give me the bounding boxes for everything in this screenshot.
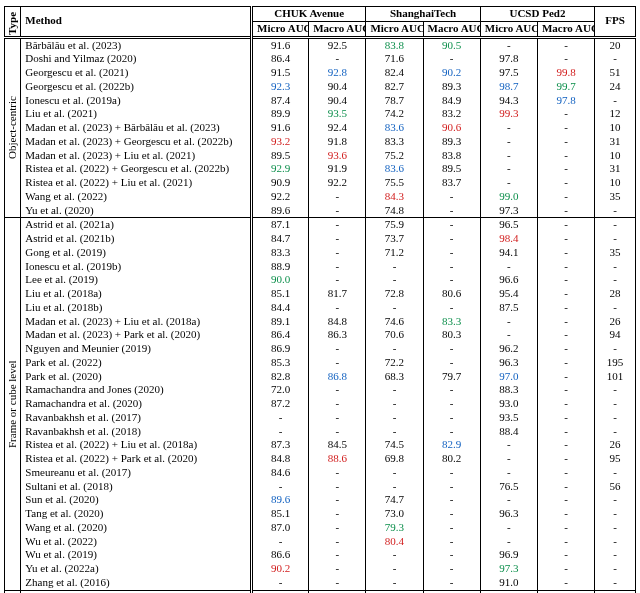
table-row: Liu et al. (2018a)85.181.772.880.695.4-2… xyxy=(5,287,636,301)
value-cell: - xyxy=(309,232,366,246)
value-cell: - xyxy=(537,521,594,535)
value-cell: - xyxy=(309,190,366,204)
value-cell: - xyxy=(366,562,423,576)
value-cell: 98.7 xyxy=(480,80,537,94)
value-cell: - xyxy=(480,452,537,466)
value-cell: - xyxy=(423,342,480,356)
value-cell: 73.7 xyxy=(366,232,423,246)
method-cell: Zhang et al. (2016) xyxy=(21,576,252,590)
value-cell: - xyxy=(309,493,366,507)
method-cell: Georgescu et al. (2022b) xyxy=(21,80,252,94)
value-cell: - xyxy=(423,562,480,576)
table-row: Madan et al. (2023) + Liu et al. (2018a)… xyxy=(5,315,636,329)
table-row: Georgescu et al. (2021)91.592.882.490.29… xyxy=(5,66,636,80)
table-row: Ramachandra et al. (2020)87.2---93.0-- xyxy=(5,397,636,411)
fps-cell: 56 xyxy=(595,480,636,494)
value-cell: 93.2 xyxy=(252,135,309,149)
value-cell: 96.2 xyxy=(480,342,537,356)
value-cell: - xyxy=(309,576,366,590)
value-cell: 96.3 xyxy=(480,507,537,521)
table-row: Madan et al. (2023) + Park et al. (2020)… xyxy=(5,328,636,342)
table-row: Yu et al. (2022a)90.2---97.3-- xyxy=(5,562,636,576)
value-cell: - xyxy=(423,52,480,66)
value-cell: 87.2 xyxy=(252,397,309,411)
value-cell: - xyxy=(537,535,594,549)
fps-cell: - xyxy=(595,260,636,274)
value-cell: - xyxy=(537,287,594,301)
value-cell: - xyxy=(366,548,423,562)
value-cell: - xyxy=(537,260,594,274)
value-cell: 74.8 xyxy=(366,204,423,218)
value-cell: - xyxy=(366,301,423,315)
value-cell: 90.5 xyxy=(423,37,480,52)
method-cell: Doshi and Yilmaz (2020) xyxy=(21,52,252,66)
table-row: Gong et al. (2019)83.3-71.2-94.1-35 xyxy=(5,246,636,260)
value-cell: 87.5 xyxy=(480,301,537,315)
method-cell: Madan et al. (2023) + Bărbălău et al. (2… xyxy=(21,121,252,135)
method-cell: Georgescu et al. (2021) xyxy=(21,66,252,80)
fps-cell: 95 xyxy=(595,452,636,466)
col-sub-macro: Macro AUC xyxy=(537,21,594,37)
table-row: Nguyen and Meunier (2019)86.9---96.2-- xyxy=(5,342,636,356)
value-cell: 83.8 xyxy=(423,149,480,163)
table-row: Wang et al. (2020)87.0-79.3---- xyxy=(5,521,636,535)
value-cell: - xyxy=(537,135,594,149)
method-cell: Madan et al. (2023) + Liu et al. (2021) xyxy=(21,149,252,163)
table-row: Zhang et al. (2016)----91.0-- xyxy=(5,576,636,590)
value-cell: 89.3 xyxy=(423,135,480,149)
value-cell: - xyxy=(480,135,537,149)
value-cell: 94.3 xyxy=(480,94,537,108)
value-cell: 71.2 xyxy=(366,246,423,260)
value-cell: 97.3 xyxy=(480,562,537,576)
value-cell: - xyxy=(537,190,594,204)
method-cell: Yu et al. (2020) xyxy=(21,204,252,218)
value-cell: - xyxy=(309,52,366,66)
value-cell: - xyxy=(537,452,594,466)
method-cell: Liu et al. (2018b) xyxy=(21,301,252,315)
value-cell: 88.9 xyxy=(252,260,309,274)
value-cell: - xyxy=(309,383,366,397)
col-sub-micro: Micro AUC xyxy=(480,21,537,37)
value-cell: 79.7 xyxy=(423,370,480,384)
value-cell: 86.8 xyxy=(309,370,366,384)
value-cell: - xyxy=(537,342,594,356)
value-cell: 80.2 xyxy=(423,452,480,466)
row-group-label: Frame or cube level xyxy=(5,218,21,590)
value-cell: 83.2 xyxy=(423,107,480,121)
value-cell: - xyxy=(309,273,366,287)
value-cell: - xyxy=(480,521,537,535)
value-cell: 91.0 xyxy=(480,576,537,590)
value-cell: 87.0 xyxy=(252,521,309,535)
fps-cell: - xyxy=(595,493,636,507)
method-cell: Smeureanu et al. (2017) xyxy=(21,466,252,480)
value-cell: 83.3 xyxy=(423,315,480,329)
value-cell: 92.9 xyxy=(252,162,309,176)
col-sub-micro: Micro AUC xyxy=(252,21,309,37)
value-cell: - xyxy=(423,232,480,246)
value-cell: - xyxy=(423,356,480,370)
value-cell: 99.7 xyxy=(537,80,594,94)
method-cell: Madan et al. (2023) + Georgescu et al. (… xyxy=(21,135,252,149)
value-cell: - xyxy=(537,328,594,342)
value-cell: - xyxy=(537,37,594,52)
table-row: Doshi and Yilmaz (2020)86.4-71.6-97.8-- xyxy=(5,52,636,66)
value-cell: 89.9 xyxy=(252,107,309,121)
value-cell: 96.9 xyxy=(480,548,537,562)
table-row: Astrid et al. (2021b)84.7-73.7-98.4-- xyxy=(5,232,636,246)
value-cell: - xyxy=(480,176,537,190)
value-cell: - xyxy=(537,576,594,590)
method-cell: Nguyen and Meunier (2019) xyxy=(21,342,252,356)
value-cell: - xyxy=(537,176,594,190)
value-cell: 97.8 xyxy=(480,52,537,66)
value-cell: - xyxy=(537,562,594,576)
value-cell: - xyxy=(423,576,480,590)
value-cell: - xyxy=(366,273,423,287)
value-cell: - xyxy=(252,576,309,590)
value-cell: 91.5 xyxy=(252,66,309,80)
value-cell: - xyxy=(423,480,480,494)
value-cell: 92.2 xyxy=(309,176,366,190)
method-cell: Wang et al. (2020) xyxy=(21,521,252,535)
table-row: Park et al. (2022)85.3-72.2-96.3-195 xyxy=(5,356,636,370)
col-sub-macro: Macro AUC xyxy=(423,21,480,37)
col-sub-macro: Macro AUC xyxy=(309,21,366,37)
